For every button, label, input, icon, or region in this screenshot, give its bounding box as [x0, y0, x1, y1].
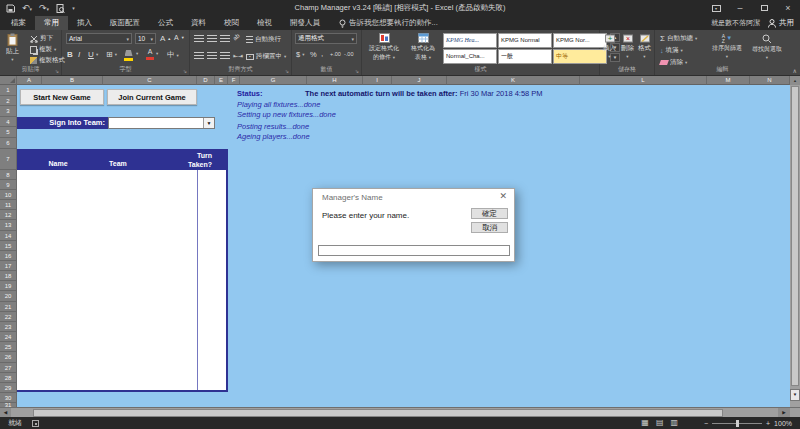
tab-6[interactable]: 校閱	[215, 16, 248, 30]
wrap-text-button[interactable]: 自動換行	[246, 35, 281, 44]
style-gallery-item-3[interactable]: Normal_Cha...	[443, 49, 497, 64]
delete-cells-button[interactable]: × 刪除 ▾	[621, 34, 634, 60]
column-header-A[interactable]: A	[17, 76, 42, 85]
row-header-16[interactable]: 16	[0, 251, 17, 261]
number-dialog-launcher-icon[interactable]: ⇘	[355, 68, 359, 74]
row-header-9[interactable]: 9	[0, 180, 17, 190]
page-layout-view-icon[interactable]: ▤	[656, 417, 664, 429]
row-header-6[interactable]: 6	[0, 138, 17, 149]
align-center-icon[interactable]	[207, 52, 217, 59]
borders-icon[interactable]: ⊞▾	[106, 50, 117, 59]
column-header-M[interactable]: M	[707, 76, 750, 85]
row-header-2[interactable]: 2	[0, 96, 17, 107]
row-header-22[interactable]: 22	[0, 312, 17, 322]
row-header-26[interactable]: 26	[0, 352, 17, 362]
column-header-D[interactable]: D	[197, 76, 215, 85]
row-header-15[interactable]: 15	[0, 241, 17, 251]
italic-button[interactable]: I	[78, 50, 80, 59]
row-header-25[interactable]: 25	[0, 342, 17, 352]
font-size-combo[interactable]: 10▾	[135, 33, 156, 44]
row-header-14[interactable]: 14	[0, 231, 17, 241]
join-current-game-button[interactable]: Join Current Game	[107, 89, 197, 105]
percent-icon[interactable]: %	[310, 50, 317, 59]
align-bottom-icon[interactable]	[220, 35, 230, 42]
zoom-slider[interactable]	[712, 423, 762, 424]
scroll-up-icon[interactable]: ▲	[790, 76, 800, 85]
name-input[interactable]	[318, 245, 510, 256]
style-gallery-item-5[interactable]: 中等	[553, 49, 607, 64]
tab-8[interactable]: 開發人員	[281, 16, 329, 30]
row-header-8[interactable]: 8	[0, 170, 17, 180]
zoom-in-icon[interactable]: +	[766, 420, 770, 427]
indent-icons[interactable]: ⇤⇥	[233, 52, 243, 59]
autosum-button[interactable]: Σ自動加總▾	[660, 34, 697, 43]
fill-color-icon[interactable]	[124, 50, 133, 61]
dialog-close-icon[interactable]: ✕	[499, 191, 507, 201]
fill-button[interactable]: ↓填滿▾	[660, 46, 683, 55]
column-header-C[interactable]: C	[103, 76, 197, 85]
row-header-3[interactable]: 3	[0, 106, 17, 117]
vertical-scrollbar[interactable]: ▲ ▼	[790, 76, 800, 407]
column-header-H[interactable]: H	[307, 76, 363, 85]
grow-font-icon[interactable]: A▲	[160, 34, 171, 43]
align-top-icon[interactable]	[194, 35, 204, 42]
tell-me-box[interactable]: 告訴我您想要執行的動作...	[339, 16, 438, 30]
column-header-N[interactable]: N	[750, 76, 790, 85]
row-header-27[interactable]: 27	[0, 363, 17, 373]
row-header-12[interactable]: 12	[0, 210, 17, 220]
sort-filter-button[interactable]: AZ▼ 排序與篩選 ▾	[709, 34, 745, 60]
format-painter-button[interactable]: 複製格式	[30, 56, 65, 65]
row-header-20[interactable]: 20	[0, 291, 17, 301]
tab-3[interactable]: 版面配置	[101, 16, 149, 30]
underline-dropdown-icon[interactable]: ▾	[96, 52, 98, 57]
collapse-ribbon-icon[interactable]: ∧	[793, 67, 797, 74]
font-dialog-launcher-icon[interactable]: ⇘	[183, 68, 187, 74]
style-gallery-item-1[interactable]: KPMG Normal	[498, 33, 552, 48]
style-gallery-item-0[interactable]: KPMG Hea...	[443, 33, 497, 48]
align-middle-icon[interactable]	[207, 35, 217, 42]
zoom-slider-thumb[interactable]	[736, 420, 739, 427]
ok-button[interactable]: 確定	[471, 208, 508, 219]
row-header-24[interactable]: 24	[0, 332, 17, 342]
macro-record-icon[interactable]	[32, 420, 39, 427]
tab-1[interactable]: 常用	[35, 16, 68, 30]
column-header-I[interactable]: I	[363, 76, 392, 85]
increase-decimal-icon[interactable]: +.00	[330, 51, 341, 57]
scroll-left-icon[interactable]: ◀	[0, 408, 11, 417]
row-header-19[interactable]: 19	[0, 281, 17, 291]
row-header-17[interactable]: 17	[0, 261, 17, 271]
font-name-combo[interactable]: Arial▾	[66, 33, 132, 44]
column-header-F[interactable]: F	[228, 76, 240, 85]
team-select-dropdown[interactable]: ▼	[108, 117, 215, 129]
tab-2[interactable]: 插入	[68, 16, 101, 30]
orientation-icon[interactable]: ab	[232, 33, 241, 42]
copy-button[interactable]: 複製 ▾	[30, 45, 56, 54]
underline-button[interactable]: U	[88, 50, 94, 59]
cancel-button[interactable]: 取消	[471, 222, 508, 233]
column-header-B[interactable]: B	[42, 76, 103, 85]
tab-4[interactable]: 公式	[149, 16, 182, 30]
column-header-G[interactable]: G	[240, 76, 307, 85]
player-table-body[interactable]	[17, 170, 228, 392]
scroll-right-icon[interactable]: ▶	[778, 408, 790, 417]
style-gallery-item-2[interactable]: KPMG Nor...	[553, 33, 607, 48]
fill-color-dropdown-icon[interactable]: ▾	[136, 51, 138, 56]
shrink-font-icon[interactable]: A▼	[174, 34, 185, 41]
font-color-icon[interactable]: A	[146, 49, 154, 60]
select-all-corner[interactable]	[0, 76, 17, 85]
vertical-scroll-thumb[interactable]	[791, 86, 799, 386]
style-gallery-item-4[interactable]: 一般	[498, 49, 552, 64]
row-header-11[interactable]: 11	[0, 200, 17, 210]
close-icon[interactable]: ×	[776, 0, 800, 16]
account-user-name[interactable]: 就是數不落阿潔	[711, 18, 760, 28]
row-header-21[interactable]: 21	[0, 302, 17, 312]
zoom-level[interactable]: 100%	[774, 420, 792, 427]
row-header-10[interactable]: 10	[0, 190, 17, 200]
row-header-18[interactable]: 18	[0, 271, 17, 281]
merge-center-button[interactable]: ▪跨欄置中▾	[246, 52, 286, 61]
bold-button[interactable]: B	[67, 50, 73, 59]
row-header-1[interactable]: 1	[0, 85, 17, 96]
comma-style-icon[interactable]: ,	[321, 49, 323, 58]
tab-7[interactable]: 檢視	[248, 16, 281, 30]
normal-view-icon[interactable]: ▦	[641, 417, 649, 429]
